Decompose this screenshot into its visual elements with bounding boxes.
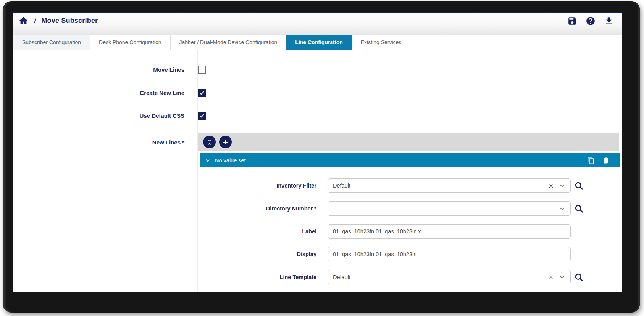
tab-label: Existing Services (361, 39, 402, 45)
use-default-css-checkbox[interactable] (198, 112, 206, 120)
collapse-all-button[interactable] (203, 136, 216, 148)
copy-icon (587, 157, 595, 164)
line-item-header[interactable]: No value set (200, 153, 620, 167)
search-icon (574, 272, 584, 282)
search-icon (574, 204, 584, 214)
plus-icon (222, 138, 229, 146)
display-field-label: Display (204, 250, 316, 258)
trash-icon (602, 157, 610, 164)
inventory-filter-select[interactable] (328, 178, 571, 193)
tab-subscriber-configuration[interactable]: Subscriber Configuration (13, 35, 90, 50)
app-window: / Move Subscriber Subscriber Configurati… (13, 12, 622, 292)
inventory-filter-input[interactable] (333, 183, 543, 189)
download-button[interactable] (604, 16, 614, 26)
collapse-icon (206, 138, 213, 146)
breadcrumb-separator: / (34, 17, 36, 25)
directory-number-input[interactable] (333, 205, 554, 212)
chevron-down-icon (559, 205, 565, 212)
new-lines-toolbar (198, 133, 619, 151)
download-icon (604, 16, 614, 26)
line-template-input[interactable] (333, 274, 543, 280)
line-item-title: No value set (215, 157, 246, 164)
clear-button[interactable] (548, 183, 554, 189)
create-new-line-label: Create New Line (13, 89, 184, 97)
label-field[interactable] (328, 224, 571, 239)
label-input[interactable] (333, 228, 565, 234)
line-template-label: Line Template (204, 273, 316, 281)
directory-number-select[interactable] (328, 201, 571, 216)
tab-line-configuration[interactable]: Line Configuration (286, 35, 352, 50)
line-template-select[interactable] (328, 270, 571, 284)
search-icon (574, 181, 584, 191)
check-icon (199, 90, 205, 96)
add-line-button[interactable] (219, 136, 232, 148)
breadcrumb: / Move Subscriber (18, 16, 98, 26)
create-new-line-checkbox[interactable] (198, 89, 206, 97)
tab-jabber-dual-mode-device-configuration[interactable]: Jabber / Dual-Mode Device Configuration (171, 35, 287, 50)
tab-label: Line Configuration (295, 39, 342, 45)
chevron-down-icon (204, 157, 211, 164)
use-default-css-label: Use Default CSS (13, 112, 184, 120)
duplicate-line-button[interactable] (587, 157, 595, 164)
move-lines-checkbox[interactable] (198, 66, 206, 74)
tab-label: Jabber / Dual-Mode Device Configuration (179, 39, 278, 45)
line-template-search-button[interactable] (574, 272, 584, 282)
dropdown-toggle[interactable] (559, 205, 565, 212)
label-field-label: Label (204, 228, 316, 235)
new-lines-label: New Lines * (13, 139, 184, 146)
form-column-divider (197, 50, 198, 292)
device-frame: / Move Subscriber Subscriber Configurati… (3, 1, 640, 313)
inventory-filter-search-button[interactable] (574, 181, 584, 191)
help-icon (586, 16, 596, 26)
chevron-down-icon (559, 274, 565, 281)
move-lines-label: Move Lines (13, 66, 184, 74)
help-button[interactable] (585, 16, 596, 26)
app-header: / Move Subscriber (13, 13, 622, 35)
tab-bar: Subscriber Configuration Desk Phone Conf… (13, 35, 622, 50)
delete-line-button[interactable] (602, 157, 610, 164)
dropdown-toggle[interactable] (559, 183, 565, 189)
directory-number-label: Directory Number * (204, 205, 316, 212)
line-configuration-panel: Move Lines Create New Line Use Default C… (13, 50, 622, 292)
page-title: Move Subscriber (41, 17, 98, 25)
save-icon (567, 16, 577, 26)
dropdown-toggle[interactable] (559, 274, 565, 281)
display-input[interactable] (333, 251, 565, 257)
chevron-down-icon (559, 183, 565, 189)
check-icon (199, 113, 205, 119)
clear-button[interactable] (548, 274, 554, 280)
tab-desk-phone-configuration[interactable]: Desk Phone Configuration (90, 35, 170, 50)
directory-number-search-button[interactable] (574, 204, 584, 214)
tab-label: Subscriber Configuration (22, 39, 81, 45)
inventory-filter-label: Inventory Filter (204, 182, 316, 189)
home-icon[interactable] (18, 16, 29, 26)
display-field[interactable] (328, 247, 571, 261)
save-button[interactable] (567, 16, 577, 26)
line-item-actions (587, 157, 610, 164)
tab-label: Desk Phone Configuration (99, 39, 161, 45)
tab-existing-services[interactable]: Existing Services (352, 35, 411, 50)
header-actions (567, 16, 614, 26)
